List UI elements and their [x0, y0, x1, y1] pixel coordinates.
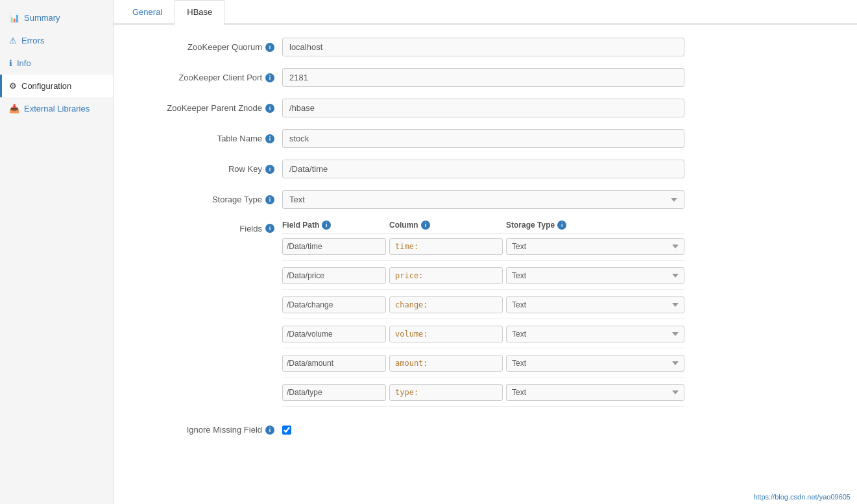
field-column-header: Column i: [389, 221, 503, 230]
field-path-header-info-icon[interactable]: i: [322, 221, 331, 230]
row-key-input[interactable]: [282, 160, 684, 178]
field-path-wrap-2: ▼: [282, 296, 386, 313]
ignore-missing-field-info-icon[interactable]: i: [265, 426, 274, 435]
row-key-label: Row Key i: [133, 164, 282, 174]
info-icon: ℹ: [9, 58, 12, 68]
fields-info-icon[interactable]: i: [265, 224, 274, 233]
form-area: ZooKeeper Quorum i ZooKeeper Client Port…: [114, 25, 857, 504]
zookeeper-quorum-input[interactable]: [282, 38, 684, 56]
sidebar-item-label: Info: [17, 58, 31, 68]
ignore-missing-field-row: Ignore Missing Field i: [133, 425, 838, 435]
table-name-input[interactable]: [282, 129, 684, 148]
zookeeper-client-port-info-icon[interactable]: i: [265, 73, 274, 82]
sidebar-item-external-libraries[interactable]: 📥 External Libraries: [0, 97, 113, 120]
table-name-info-icon[interactable]: i: [265, 134, 274, 143]
footer-url: https://blog.csdn.net/yao09605: [753, 493, 851, 501]
storage-type-select[interactable]: Text Binary JSON: [282, 190, 684, 209]
fields-rows: ▼ Text Binary JSON ▼ Text Binary JSON: [282, 238, 684, 407]
sidebar-item-label: External Libraries: [24, 104, 90, 114]
ignore-missing-field-label: Ignore Missing Field i: [133, 425, 282, 435]
sidebar-item-errors[interactable]: ⚠ Errors: [0, 29, 113, 52]
zookeeper-parent-znode-row: ZooKeeper Parent Znode i: [133, 99, 838, 117]
zookeeper-client-port-row: ZooKeeper Client Port i: [133, 68, 838, 87]
table-row: ▼ Text Binary JSON: [282, 355, 684, 378]
field-path-input-1[interactable]: [283, 268, 386, 283]
field-storage-select-5[interactable]: Text Binary JSON: [506, 384, 684, 401]
zookeeper-parent-znode-input[interactable]: [282, 99, 684, 117]
field-path-input-3[interactable]: [283, 326, 386, 342]
fields-table: Field Path i Column i Storage Type i: [282, 221, 684, 413]
field-column-input-1[interactable]: [389, 267, 503, 284]
field-path-wrap-5: ▼: [282, 384, 386, 401]
errors-icon: ⚠: [9, 36, 17, 45]
field-path-wrap-1: ▼: [282, 267, 386, 284]
zookeeper-client-port-label: ZooKeeper Client Port i: [133, 73, 282, 82]
field-path-input-5[interactable]: [283, 385, 386, 400]
table-name-row: Table Name i: [133, 129, 838, 148]
sidebar: 📊 Summary ⚠ Errors ℹ Info ⚙ Configuratio…: [0, 0, 114, 504]
external-libraries-icon: 📥: [9, 104, 19, 114]
table-row: ▼ Text Binary JSON: [282, 267, 684, 290]
field-path-wrap-4: ▼: [282, 355, 386, 372]
zookeeper-quorum-info-icon[interactable]: i: [265, 43, 274, 52]
storage-type-label: Storage Type i: [133, 195, 282, 204]
sidebar-item-configuration[interactable]: ⚙ Configuration: [0, 75, 113, 97]
zookeeper-client-port-input[interactable]: [282, 68, 684, 87]
field-storage-select-2[interactable]: Text Binary JSON: [506, 296, 684, 313]
zookeeper-quorum-row: ZooKeeper Quorum i: [133, 38, 838, 56]
zookeeper-parent-znode-info-icon[interactable]: i: [265, 104, 274, 113]
ignore-missing-field-checkbox[interactable]: [282, 426, 291, 435]
fields-label: Fields i: [133, 221, 282, 413]
sidebar-item-label: Summary: [24, 13, 60, 23]
field-column-header-info-icon[interactable]: i: [421, 221, 430, 230]
field-storage-select-4[interactable]: Text Binary JSON: [506, 355, 684, 372]
tabs-bar: General HBase: [114, 0, 857, 25]
sidebar-item-label: Errors: [21, 36, 44, 45]
field-storage-select-0[interactable]: Text Binary JSON: [506, 238, 684, 255]
configuration-icon: ⚙: [9, 81, 17, 91]
field-storage-header-info-icon[interactable]: i: [557, 221, 566, 230]
table-row: ▼ Text Binary JSON: [282, 326, 684, 348]
row-key-row: Row Key i: [133, 160, 838, 178]
summary-icon: 📊: [9, 13, 19, 23]
main-content: General HBase ZooKeeper Quorum i ZooKeep…: [114, 0, 857, 504]
field-path-header: Field Path i: [282, 221, 386, 230]
field-column-input-4[interactable]: [389, 355, 503, 372]
field-path-wrap-3: ▼: [282, 326, 386, 342]
field-column-input-5[interactable]: [389, 384, 503, 401]
tab-hbase[interactable]: HBase: [175, 0, 224, 25]
field-storage-select-3[interactable]: Text Binary JSON: [506, 326, 684, 342]
table-row: ▼ Text Binary JSON: [282, 238, 684, 261]
table-name-label: Table Name i: [133, 134, 282, 143]
field-path-input-2[interactable]: [283, 297, 386, 313]
sidebar-item-label: Configuration: [21, 81, 71, 91]
field-path-wrap-0: ▼: [282, 238, 386, 255]
tab-general[interactable]: General: [120, 0, 175, 25]
row-key-info-icon[interactable]: i: [265, 165, 274, 174]
sidebar-item-info[interactable]: ℹ Info: [0, 52, 113, 75]
storage-type-info-icon[interactable]: i: [265, 195, 274, 204]
table-row: ▼ Text Binary JSON: [282, 384, 684, 407]
field-storage-header: Storage Type i: [506, 221, 684, 230]
zookeeper-parent-znode-label: ZooKeeper Parent Znode i: [133, 103, 282, 113]
field-column-input-2[interactable]: [389, 296, 503, 313]
fields-table-header: Field Path i Column i Storage Type i: [282, 221, 684, 234]
storage-type-row: Storage Type i Text Binary JSON: [133, 190, 838, 209]
sidebar-item-summary[interactable]: 📊 Summary: [0, 6, 113, 29]
field-path-input-0[interactable]: [283, 239, 386, 254]
field-column-input-0[interactable]: [389, 238, 503, 255]
table-row: ▼ Text Binary JSON: [282, 296, 684, 319]
field-storage-select-1[interactable]: Text Binary JSON: [506, 267, 684, 284]
fields-section: Fields i Field Path i Column i Storage T…: [133, 221, 838, 413]
field-path-input-4[interactable]: [283, 355, 386, 371]
field-column-input-3[interactable]: [389, 326, 503, 342]
zookeeper-quorum-label: ZooKeeper Quorum i: [133, 42, 282, 52]
